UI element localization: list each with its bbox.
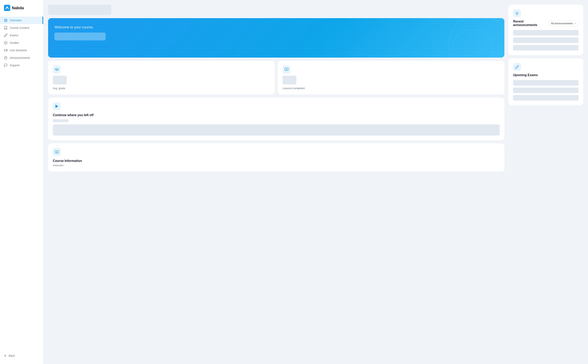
avg-grade-label: Avg. grade	[53, 87, 270, 90]
sidebar-label-support: Support	[10, 64, 19, 67]
sidebar-label-grades: Grades	[10, 41, 19, 44]
sidebar-item-course-content[interactable]: Course Content	[0, 24, 43, 32]
svg-rect-4	[4, 21, 5, 22]
welcome-name-skeleton	[54, 32, 106, 40]
right-column: Recent announcements All announcements →…	[508, 5, 583, 359]
lessons-skeleton	[283, 76, 296, 84]
continue-card: Continue where you left off	[48, 98, 504, 140]
sidebar-item-exams[interactable]: Exams	[0, 32, 43, 39]
announcement-icon-wrap	[513, 9, 521, 17]
welcome-greeting: Welcome to your course,	[54, 25, 498, 29]
svg-point-6	[4, 41, 7, 44]
left-column: Welcome to your course, Avg. grade	[48, 5, 504, 359]
svg-rect-7	[4, 50, 6, 51]
course-info-card: Course Information Instructor	[48, 143, 504, 172]
course-info-icon-wrap	[53, 148, 61, 156]
sidebar-label-course-content: Course Content	[10, 26, 29, 29]
exams-icon-wrap	[513, 63, 521, 71]
announcement-icon	[515, 12, 519, 15]
pencil-exam-icon	[515, 65, 519, 69]
lessons-completed-card: Lessons completed	[278, 61, 504, 94]
video-icon	[4, 48, 7, 52]
sidebar-label-live-sessions: Live Sessions	[10, 49, 27, 52]
announcement-skeleton-3	[513, 45, 579, 51]
megaphone-icon	[4, 56, 7, 59]
book-icon	[4, 26, 7, 30]
top-bar-skeleton	[48, 5, 111, 15]
sidebar-item-grades[interactable]: Grades	[0, 39, 43, 46]
logo-icon	[4, 5, 10, 11]
exam-skeleton-3	[513, 95, 579, 101]
svg-rect-5	[6, 21, 7, 22]
announcement-skeleton-1	[513, 30, 579, 35]
course-info-title: Course Information	[53, 159, 500, 163]
announcements-header: Recent announcements All announcements →	[513, 20, 579, 27]
back-label: Back	[9, 354, 15, 357]
stats-row: Avg. grade Lessons completed	[48, 61, 504, 94]
sidebar: Nabda Overview Course Content Exams Grad…	[0, 0, 43, 364]
sidebar-item-live-sessions[interactable]: Live Sessions	[0, 46, 43, 54]
graduation-cap-icon	[55, 67, 59, 72]
sidebar-item-support[interactable]: Support	[0, 62, 43, 69]
all-announcements-button[interactable]: All announcements →	[548, 20, 579, 26]
open-book-icon	[284, 67, 289, 72]
sidebar-label-announcements: Announcements	[10, 56, 30, 59]
book-open-icon	[55, 150, 59, 154]
avg-grade-icon-wrap	[53, 65, 61, 73]
announcements-card: Recent announcements All announcements →	[508, 5, 583, 55]
play-icon	[55, 104, 59, 108]
continue-title: Continue where you left off	[53, 113, 500, 117]
continue-icon-wrap	[53, 102, 61, 110]
upcoming-exams-title: Upoming Exams	[513, 73, 579, 77]
pencil-icon	[4, 33, 7, 37]
sidebar-item-announcements[interactable]: Announcements	[0, 54, 43, 62]
chat-icon	[4, 64, 7, 67]
logo-text: Nabda	[12, 6, 24, 10]
announcement-skeleton-2	[513, 38, 579, 43]
course-info-subtitle: Instructor	[53, 164, 500, 167]
progress-bar-skeleton	[53, 119, 69, 122]
svg-rect-3	[6, 19, 7, 20]
sidebar-label-exams: Exams	[10, 34, 18, 37]
svg-rect-2	[4, 19, 5, 20]
announcements-title: Recent announcements	[513, 20, 548, 27]
avg-grade-skeleton	[53, 76, 67, 84]
svg-point-1	[6, 7, 8, 8]
svg-marker-8	[56, 105, 58, 108]
avg-grade-card: Avg. grade	[48, 61, 275, 94]
sidebar-label-overview: Overview	[10, 19, 21, 22]
grades-icon	[4, 41, 7, 45]
content-wrapper: Welcome to your course, Avg. grade	[43, 0, 588, 364]
back-button[interactable]: Back	[4, 352, 39, 359]
lessons-label: Lessons completed	[283, 87, 500, 90]
dots-pattern	[48, 18, 504, 58]
main-content: Welcome to your course, Avg. grade	[43, 0, 588, 364]
upcoming-exams-card: Upoming Exams	[508, 58, 583, 105]
overview-icon	[4, 19, 7, 22]
continue-content-skeleton	[53, 124, 500, 136]
welcome-card: Welcome to your course,	[48, 18, 504, 58]
sidebar-item-overview[interactable]: Overview	[0, 17, 43, 24]
logo: Nabda	[0, 5, 43, 17]
nav-bottom: Back	[0, 352, 43, 359]
exam-skeleton-2	[513, 88, 579, 93]
exam-skeleton-1	[513, 80, 579, 85]
back-arrow-icon	[4, 354, 7, 357]
lessons-icon-wrap	[283, 65, 291, 73]
